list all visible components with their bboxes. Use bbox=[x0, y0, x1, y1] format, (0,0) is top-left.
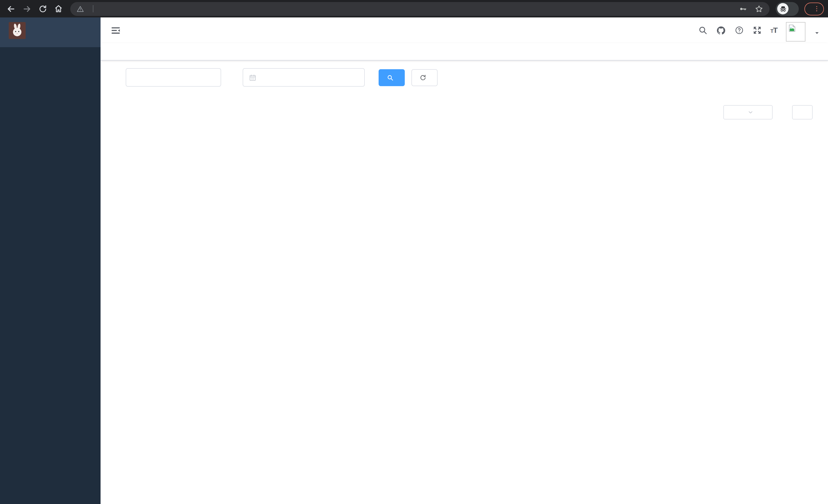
tags-view bbox=[100, 43, 828, 60]
app-logo bbox=[9, 22, 26, 39]
incognito-badge bbox=[776, 2, 799, 16]
incognito-icon bbox=[777, 3, 788, 14]
address-bar[interactable] bbox=[70, 2, 770, 16]
page-size-select[interactable] bbox=[723, 105, 773, 120]
date-range-picker[interactable] bbox=[243, 68, 365, 87]
update-button[interactable] bbox=[804, 2, 824, 15]
avatar-caret-icon[interactable] bbox=[814, 30, 820, 36]
screen: TT bbox=[0, 0, 828, 504]
search-icon[interactable] bbox=[698, 26, 707, 35]
search-button[interactable] bbox=[379, 69, 405, 86]
browser-toolbar bbox=[0, 0, 828, 17]
key-icon[interactable] bbox=[739, 4, 747, 13]
app-logo-row[interactable] bbox=[0, 17, 100, 43]
warning-icon bbox=[76, 5, 84, 12]
collapse-sidebar-icon[interactable] bbox=[110, 25, 121, 36]
sidebar-submenu bbox=[0, 47, 100, 504]
filter-bar bbox=[119, 68, 828, 87]
back-icon[interactable] bbox=[6, 4, 16, 14]
calendar-icon bbox=[249, 74, 256, 81]
pagination bbox=[100, 105, 817, 120]
star-icon[interactable] bbox=[755, 4, 763, 13]
process-name-input[interactable] bbox=[126, 68, 221, 87]
refresh-icon[interactable] bbox=[37, 4, 48, 14]
help-icon[interactable] bbox=[734, 26, 744, 35]
reset-icon bbox=[420, 74, 426, 81]
avatar[interactable] bbox=[786, 22, 805, 42]
github-icon[interactable] bbox=[716, 26, 726, 35]
font-size-icon[interactable]: TT bbox=[770, 26, 777, 35]
sidebar-menu bbox=[0, 43, 100, 47]
search-button-icon bbox=[387, 74, 394, 81]
browser-menu-icon[interactable] bbox=[813, 5, 820, 12]
goto-page-input[interactable] bbox=[792, 105, 813, 120]
reset-button[interactable] bbox=[411, 69, 438, 86]
divider bbox=[93, 5, 93, 12]
chevron-down-icon bbox=[747, 109, 754, 116]
fullscreen-icon[interactable] bbox=[752, 26, 761, 35]
main-content: TT bbox=[100, 17, 828, 504]
sidebar bbox=[0, 17, 100, 504]
app-header: TT bbox=[100, 17, 828, 43]
forward-icon[interactable] bbox=[22, 4, 32, 14]
home-icon[interactable] bbox=[53, 4, 64, 14]
